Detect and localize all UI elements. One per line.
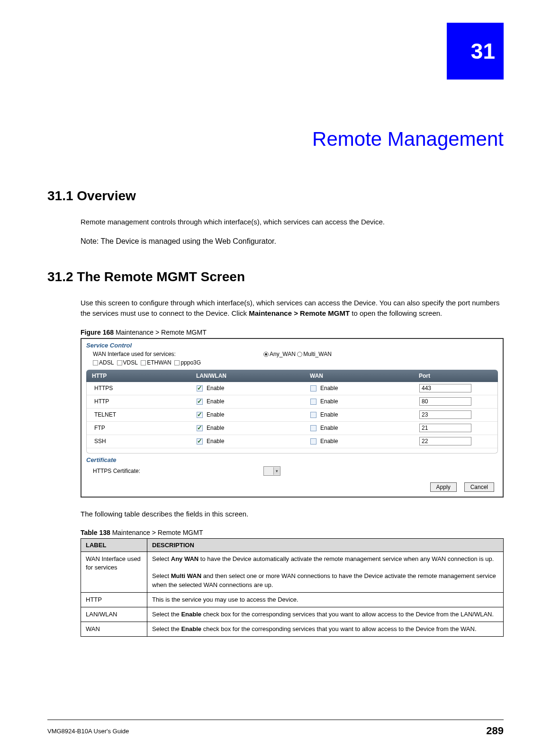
port-cell	[414, 384, 497, 392]
checkbox-icon[interactable]	[197, 385, 203, 391]
figure-text: Maintenance > Remote MGMT	[114, 329, 207, 336]
port-cell	[414, 424, 497, 432]
table-row: LAN/WLAN Select the Enable check box for…	[81, 607, 504, 622]
service-row: HTTPEnableEnable	[87, 395, 497, 409]
ss-https-cert-row: HTTPS Certificate: ▾	[81, 464, 503, 480]
chapter-badge: CHAPTER 31	[447, 23, 504, 80]
checkbox-icon[interactable]	[197, 425, 203, 431]
col-http: HTTP	[86, 373, 190, 379]
service-name: HTTP	[87, 398, 191, 405]
th-label: LABEL	[81, 539, 147, 552]
ss-wan-iface-label: WAN Interface used for services:	[93, 351, 263, 357]
section-mgmt-heading: 31.2 The Remote MGMT Screen	[47, 269, 504, 285]
check-pppo3g[interactable]: pppo3G	[174, 359, 201, 366]
cancel-button[interactable]: Cancel	[464, 482, 494, 492]
checkbox-icon	[141, 360, 146, 365]
service-row: TELNETEnableEnable	[87, 409, 497, 422]
ss-service-control-title: Service Control	[81, 339, 503, 350]
wan-enable-cell: Enable	[305, 438, 414, 445]
lan-enable-cell: Enable	[191, 398, 305, 405]
section-overview-heading: 31.1 Overview	[47, 188, 504, 204]
wan-enable-cell: Enable	[305, 385, 414, 391]
chevron-down-icon: ▾	[273, 467, 280, 475]
check-adsl[interactable]: ADSL	[93, 359, 114, 366]
check-vdsl[interactable]: VDSL	[117, 359, 138, 366]
footer-guide-name: VMG8924-B10A User's Guide	[47, 728, 129, 735]
enable-label: Enable	[207, 398, 224, 405]
checkbox-icon[interactable]	[310, 438, 316, 445]
cell-label: WAN	[81, 622, 147, 637]
checkbox-icon	[117, 360, 122, 365]
checkbox-icon[interactable]	[310, 412, 316, 418]
radio-dot-icon	[297, 352, 302, 357]
enable-label: Enable	[207, 385, 224, 391]
ss-certificate-title: Certificate	[81, 454, 503, 464]
cell-desc: This is the service you may use to acces…	[147, 592, 504, 607]
page-footer: VMG8924-B10A User's Guide 289	[47, 720, 504, 737]
port-input[interactable]	[419, 437, 471, 445]
radio-any-wan[interactable]: Any_WAN	[263, 351, 296, 357]
page-title: Remote Management	[47, 128, 504, 151]
enable-label: Enable	[207, 411, 224, 418]
table-row: HTTP This is the service you may use to …	[81, 592, 504, 607]
cell-desc: Select the Enable check box for the corr…	[147, 607, 504, 622]
checkbox-icon[interactable]	[310, 399, 316, 405]
port-cell	[414, 397, 497, 406]
checkbox-icon[interactable]	[310, 425, 316, 431]
apply-button[interactable]: Apply	[430, 482, 457, 492]
checkbox-icon[interactable]	[310, 385, 316, 391]
port-input[interactable]	[419, 424, 471, 432]
port-input[interactable]	[419, 397, 471, 406]
description-table: LABEL DESCRIPTION WAN Interface used for…	[81, 538, 504, 637]
checkbox-icon[interactable]	[197, 412, 203, 418]
enable-label: Enable	[207, 425, 224, 431]
port-cell	[414, 410, 497, 419]
radio-multi-wan[interactable]: Multi_WAN	[297, 351, 332, 357]
chapter-number: 31	[471, 38, 495, 64]
ss-service-table-header: HTTP LAN/WLAN WAN Port	[86, 370, 498, 382]
col-port: Port	[413, 373, 498, 379]
service-name: HTTPS	[87, 385, 191, 391]
enable-label: Enable	[320, 425, 338, 431]
mgmt-body-bold: Maintenance > Remote MGMT	[249, 309, 350, 317]
radio-multi-label: Multi_WAN	[303, 351, 332, 357]
port-cell	[414, 437, 497, 445]
https-cert-select[interactable]: ▾	[263, 466, 280, 476]
ss-service-table-body: HTTPSEnableEnableHTTPEnableEnableTELNETE…	[86, 382, 498, 454]
checkbox-icon	[174, 360, 180, 365]
overview-note: Note: The Device is managed using the We…	[81, 237, 504, 246]
checkbox-icon[interactable]	[197, 438, 203, 445]
table-label: Table 138	[81, 529, 110, 536]
enable-label: Enable	[320, 385, 338, 391]
ss-https-cert-label: HTTPS Certificate:	[93, 468, 263, 474]
service-name: SSH	[87, 438, 191, 445]
overview-body: Remote management controls through which…	[81, 217, 504, 228]
check-ethwan[interactable]: ETHWAN	[141, 359, 172, 366]
table-intro: The following table describes the fields…	[81, 509, 504, 520]
mgmt-body: Use this screen to configure through whi…	[81, 298, 504, 319]
radio-dot-icon	[263, 352, 269, 357]
th-desc: DESCRIPTION	[147, 539, 504, 552]
enable-label: Enable	[320, 398, 338, 405]
cell-desc: Select the Enable check box for the corr…	[147, 622, 504, 637]
ss-button-row: Apply Cancel	[81, 480, 503, 494]
enable-label: Enable	[320, 438, 338, 445]
checkbox-icon[interactable]	[197, 399, 203, 405]
table-row: WAN Select the Enable check box for the …	[81, 622, 504, 637]
cell-label: WAN Interface used for services	[81, 552, 147, 593]
cell-label: HTTP	[81, 592, 147, 607]
mgmt-body-post: to open the following screen.	[350, 309, 442, 317]
table-row: WAN Interface used for services Select A…	[81, 552, 504, 593]
radio-any-label: Any_WAN	[270, 351, 296, 357]
port-input[interactable]	[419, 410, 471, 419]
table-text: Maintenance > Remote MGMT	[110, 529, 203, 536]
enable-label: Enable	[320, 411, 338, 418]
cell-desc: Select Any WAN to have the Device automa…	[147, 552, 504, 593]
service-row: SSHEnableEnable	[87, 435, 497, 448]
table-caption: Table 138 Maintenance > Remote MGMT	[81, 529, 504, 536]
port-input[interactable]	[419, 384, 471, 392]
wan-enable-cell: Enable	[305, 425, 414, 431]
ss-wan-interface-row: WAN Interface used for services: Any_WAN…	[81, 350, 503, 359]
checkbox-icon	[93, 360, 98, 365]
service-name: TELNET	[87, 411, 191, 418]
